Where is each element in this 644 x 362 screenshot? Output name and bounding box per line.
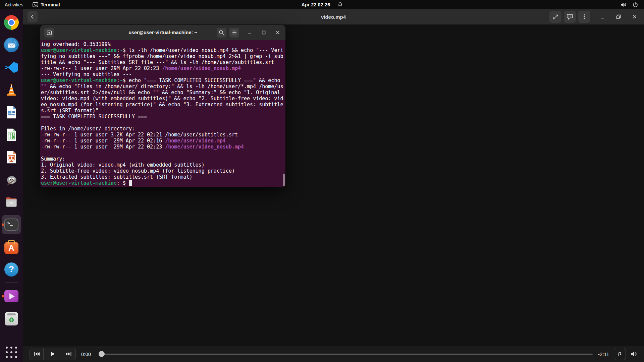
terminal-line: -rw-r--r-- 1 user user 29M Apr 22 02:16 … <box>41 138 285 144</box>
terminal-line: -rw-rw-r-- 1 user user 29M Apr 22 02:23 … <box>41 144 285 150</box>
desktop: Activities Terminal Apr 22 02:26 <box>0 0 644 362</box>
dock-item-app-grid[interactable] <box>0 343 23 362</box>
terminal-viewport[interactable]: ing overhead: 0.353199%user@user-virtual… <box>40 40 285 187</box>
activities-button[interactable]: Activities <box>0 0 28 9</box>
terminal-line: 2. Subtitle-free video: video_nosub.mp4 … <box>41 168 285 174</box>
minimize-button[interactable] <box>598 13 606 21</box>
volume-icon <box>621 2 627 7</box>
previous-button[interactable] <box>30 348 44 360</box>
focused-app-menu[interactable]: Terminal <box>28 0 64 9</box>
power-icon <box>633 2 638 7</box>
dock-item-files[interactable] <box>0 191 23 213</box>
maximize-icon <box>261 29 267 36</box>
terminal-titlebar-controls <box>217 25 281 40</box>
terminal-close-button[interactable] <box>274 29 281 36</box>
terminal-small-icon <box>33 2 38 7</box>
terminal-scrollbar-thumb[interactable] <box>283 174 285 186</box>
trash-lid <box>7 313 16 315</box>
dock-item-libreoffice-calc[interactable] <box>0 123 23 146</box>
play-button[interactable] <box>44 348 62 360</box>
clock-label: Apr 22 02:26 <box>302 2 330 7</box>
vlc-icon <box>4 82 19 97</box>
libreoffice-impress-icon <box>4 150 19 165</box>
seek-track[interactable] <box>99 354 593 355</box>
terminal-line: er/subtitles.srt 2>/dev/null && echo "" … <box>41 89 285 96</box>
dock-item-videos[interactable] <box>0 285 23 307</box>
kebab-menu-icon <box>581 13 588 20</box>
gimp-icon <box>4 172 19 187</box>
video-titlebar: video.mp4 <box>23 9 644 24</box>
volume-button[interactable] <box>631 351 637 357</box>
notification-bell-icon <box>337 2 342 7</box>
hamburger-menu-button[interactable] <box>229 28 239 38</box>
recycle-glyph: ♻ <box>8 317 14 323</box>
dock-item-thunderbird[interactable] <box>0 34 23 56</box>
terminal-line: user@user-virtual-machine:~$ echo "=== T… <box>41 77 285 83</box>
close-icon <box>631 13 638 20</box>
search-button[interactable] <box>217 28 226 38</box>
libreoffice-calc-icon <box>4 127 19 142</box>
window-menu-button[interactable] <box>578 11 590 23</box>
repeat-icon <box>616 351 623 357</box>
terminal-dock-icon: >_ <box>4 219 18 231</box>
terminal-line: video: video.mp4 (with embedded subtitle… <box>41 96 285 102</box>
ubuntu-software-icon: A <box>4 242 18 254</box>
dock-item-help[interactable]: ? <box>0 258 23 281</box>
software-letter: A <box>8 243 14 253</box>
videos-icon <box>4 290 18 302</box>
dock-item-libreoffice-impress[interactable] <box>0 146 23 168</box>
clock-menu[interactable]: Apr 22 02:26 <box>302 0 343 9</box>
dock: >_ A ? ♻ <box>0 9 23 362</box>
dock-divider <box>5 283 18 283</box>
terminal-line: user@user-virtual-machine:~$ ls -lh /hom… <box>41 47 285 53</box>
restore-button[interactable] <box>614 13 623 21</box>
terminal-line: --- Verifying no subtitles --- <box>41 71 285 77</box>
app-grid-icon <box>6 347 17 358</box>
terminal-line: title && echo "--- Subtitles SRT file --… <box>41 59 285 65</box>
chevron-left-icon <box>29 13 36 20</box>
terminal-line: 1. Original video: video.mp4 (with embed… <box>41 162 285 168</box>
dock-item-trash[interactable]: ♻ <box>0 307 23 330</box>
chrome-icon <box>4 15 19 30</box>
system-menu[interactable] <box>618 0 641 9</box>
video-titlebar-controls <box>549 9 639 24</box>
next-button[interactable] <box>62 348 75 360</box>
close-button[interactable] <box>631 13 639 21</box>
dock-item-vlc[interactable] <box>0 78 23 101</box>
subtitles-button[interactable] <box>564 11 576 23</box>
skip-forward-icon <box>65 351 72 357</box>
terminal-maximize-button[interactable] <box>260 29 267 36</box>
dock-item-chrome[interactable] <box>0 11 23 34</box>
minimize-icon <box>599 13 606 20</box>
focused-app-name: Terminal <box>41 2 60 7</box>
dock-item-gimp[interactable] <box>0 168 23 191</box>
dock-item-terminal[interactable]: >_ <box>0 213 23 236</box>
fullscreen-button[interactable] <box>549 11 561 23</box>
terminal-line <box>41 150 285 156</box>
new-tab-button[interactable] <box>44 28 54 38</box>
terminal-line: Summary: <box>41 156 285 162</box>
dock-item-ubuntu-software[interactable]: A <box>0 236 23 258</box>
minimize-icon <box>247 29 253 36</box>
elapsed-time: 0:00 <box>81 351 94 357</box>
dock-item-libreoffice-writer[interactable] <box>0 101 23 123</box>
terminal-text: ing overhead: 0.353199%user@user-virtual… <box>40 40 285 186</box>
terminal-line: user@user-virtual-machine:~$ <box>41 180 285 186</box>
trash-icon: ♻ <box>5 312 18 325</box>
back-button[interactable] <box>28 11 38 22</box>
terminal-line: Files in /home/user/ directory: <box>41 126 285 132</box>
repeat-button[interactable] <box>614 348 626 360</box>
skip-backward-icon <box>33 351 40 357</box>
terminal-minimize-button[interactable] <box>246 29 253 36</box>
terminal-line: -rw-rw-r-- 1 user user 29M Apr 22 02:23 … <box>41 65 285 71</box>
video-window-title: video.mp4 <box>321 14 346 20</box>
terminal-line: fying no subtitles ---" && ffprobe /home… <box>41 53 285 59</box>
vscode-icon <box>4 60 19 75</box>
help-icon: ? <box>4 262 18 277</box>
dock-item-vscode[interactable] <box>0 56 23 78</box>
search-icon <box>218 29 225 36</box>
restore-icon <box>615 13 622 20</box>
seek-slider[interactable] <box>99 351 593 357</box>
player-slider-handle[interactable] <box>99 351 105 357</box>
bag-handle <box>8 240 15 244</box>
